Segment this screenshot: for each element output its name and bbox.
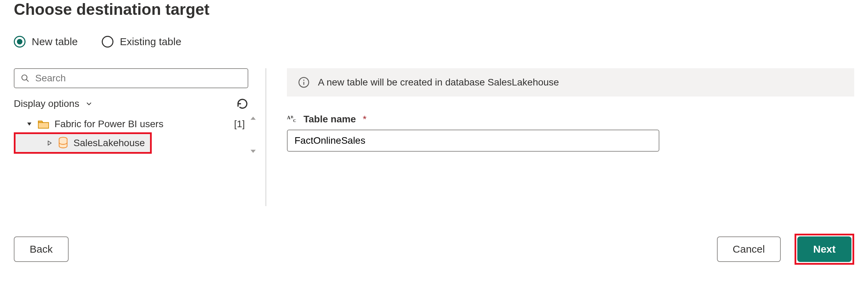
svg-point-8 bbox=[303, 80, 304, 81]
existing-table-radio[interactable]: Existing table bbox=[102, 36, 181, 48]
tree-workspace-count: [1] bbox=[234, 119, 245, 130]
vertical-divider bbox=[266, 68, 266, 206]
right-panel: A new table will be created in database … bbox=[287, 68, 854, 206]
display-options-dropdown[interactable]: Display options bbox=[14, 98, 93, 109]
tree-workspace-label: Fabric for Power BI users bbox=[54, 119, 163, 130]
info-message-text: A new table will be created in database … bbox=[318, 77, 559, 88]
table-name-label-row: A B C Table name * bbox=[287, 114, 854, 125]
tree-row-workspace[interactable]: Fabric for Power BI users [1] bbox=[14, 116, 248, 132]
svg-marker-5 bbox=[251, 117, 256, 120]
search-input[interactable] bbox=[34, 72, 241, 84]
table-name-input[interactable] bbox=[287, 130, 659, 152]
search-icon bbox=[21, 74, 30, 83]
existing-table-label: Existing table bbox=[120, 36, 181, 48]
new-table-radio[interactable]: New table bbox=[14, 36, 78, 48]
left-panel: Display options bbox=[14, 68, 266, 206]
refresh-button[interactable] bbox=[237, 98, 248, 110]
svg-text:A: A bbox=[287, 115, 291, 120]
tree-row-lakehouse[interactable]: SalesLakehouse bbox=[14, 132, 152, 154]
required-asterisk: * bbox=[363, 114, 367, 125]
cancel-button[interactable]: Cancel bbox=[717, 236, 781, 262]
tree-scrollbar[interactable] bbox=[250, 116, 257, 154]
radio-selected-icon bbox=[14, 36, 26, 48]
refresh-icon bbox=[237, 98, 248, 110]
table-name-label: Table name bbox=[303, 114, 356, 125]
svg-line-1 bbox=[26, 79, 29, 82]
workspace-tree: Fabric for Power BI users [1] SalesLakeh… bbox=[14, 116, 248, 154]
svg-marker-2 bbox=[27, 123, 31, 126]
next-button-highlight: Next bbox=[795, 234, 854, 265]
database-icon bbox=[58, 137, 69, 149]
new-table-label: New table bbox=[32, 36, 78, 48]
expand-triangle-icon bbox=[47, 140, 53, 146]
back-button[interactable]: Back bbox=[14, 236, 69, 262]
radio-unselected-icon bbox=[102, 36, 113, 48]
text-type-icon: A B C bbox=[287, 114, 299, 124]
collapse-triangle-icon bbox=[26, 121, 32, 127]
display-options-label: Display options bbox=[14, 98, 79, 109]
page-title: Choose destination target bbox=[14, 0, 854, 19]
table-mode-radio-group: New table Existing table bbox=[14, 36, 854, 48]
search-box[interactable] bbox=[14, 68, 248, 88]
next-button[interactable]: Next bbox=[797, 236, 851, 262]
svg-text:C: C bbox=[293, 118, 296, 123]
scroll-up-icon bbox=[250, 116, 256, 121]
chevron-down-icon bbox=[85, 100, 93, 108]
scroll-down-icon bbox=[250, 149, 256, 154]
info-icon bbox=[298, 77, 310, 88]
svg-point-0 bbox=[22, 75, 27, 80]
folder-icon bbox=[37, 119, 50, 129]
footer: Back Cancel Next bbox=[14, 234, 854, 265]
svg-marker-3 bbox=[48, 141, 51, 145]
tree-lakehouse-label: SalesLakehouse bbox=[73, 138, 145, 149]
svg-marker-6 bbox=[251, 150, 256, 153]
info-bar: A new table will be created in database … bbox=[287, 68, 854, 97]
